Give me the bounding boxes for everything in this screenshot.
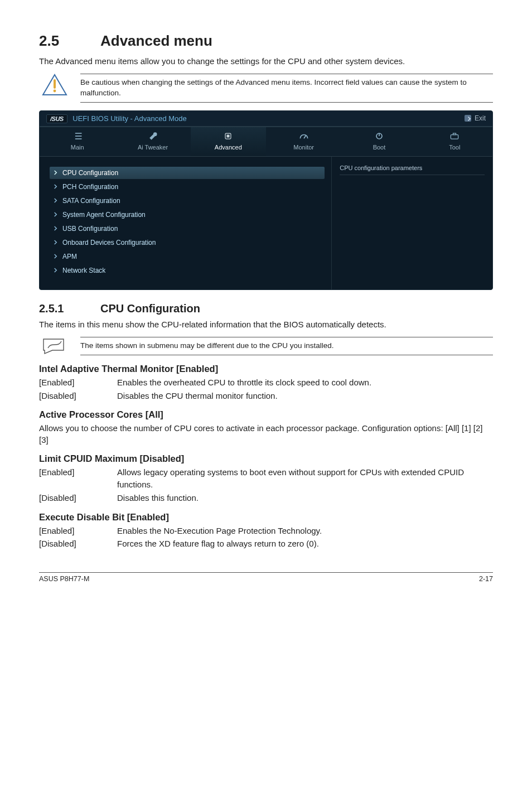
tab-advanced[interactable]: Advanced [191, 127, 266, 156]
chevron-right-icon [53, 226, 58, 231]
bios-window-title: UEFI BIOS Utility - Advanced Mode [72, 114, 186, 123]
section-title-text: Advanced menu [100, 32, 212, 49]
bios-menu-list: CPU Configuration PCH Configuration SATA… [40, 157, 331, 289]
chevron-right-icon [53, 170, 58, 175]
option-value: Enables the No-Execution Page Protection… [117, 525, 493, 537]
bios-item-label: System Agent Configuration [62, 211, 146, 219]
list-icon [72, 132, 83, 141]
option-row: [Disabled] Forces the XD feature flag to… [39, 538, 493, 550]
exit-label: Exit [475, 114, 486, 122]
bios-item-apm[interactable]: APM [50, 250, 325, 263]
chevron-right-icon [53, 268, 58, 273]
option-heading-adaptive: Intel Adaptive Thermal Monitor [Enabled] [39, 364, 493, 374]
exit-icon [465, 115, 471, 122]
option-key: [Disabled] [39, 538, 117, 550]
option-value: Forces the XD feature flag to always ret… [117, 538, 493, 550]
tab-ai-tweaker[interactable]: Ai Tweaker [115, 127, 190, 156]
bios-screenshot: /SUS UEFI BIOS Utility - Advanced Mode E… [39, 110, 493, 290]
svg-rect-15 [453, 133, 456, 135]
toolbox-icon [449, 132, 460, 141]
option-key: [Enabled] [39, 376, 117, 389]
chevron-right-icon [53, 212, 58, 217]
chevron-right-icon [53, 198, 58, 203]
svg-rect-10 [227, 134, 230, 137]
option-value: Disables this function. [117, 492, 493, 504]
intro-paragraph: The Advanced menu items allow you to cha… [39, 55, 493, 67]
option-row: [Disabled] Disables the CPU thermal moni… [39, 390, 493, 402]
option-value: Disables the CPU thermal monitor functio… [117, 390, 493, 402]
subsection-heading: 2.5.1CPU Configuration [39, 302, 493, 315]
option-value: Enables the overheated CPU to throttle i… [117, 376, 493, 389]
bios-item-label: APM [62, 253, 77, 260]
option-row: [Enabled] Allows legacy operating system… [39, 466, 493, 491]
warning-icon [42, 74, 67, 96]
option-row: [Disabled] Disables this function. [39, 492, 493, 504]
bios-item-label: PCH Configuration [62, 183, 118, 191]
footer-right: 2-17 [479, 575, 493, 583]
footer-left: ASUS P8H77-M [39, 575, 89, 583]
tab-label: Boot [373, 144, 386, 151]
note-callout: The items shown in submenu may be differ… [39, 337, 493, 356]
tab-label: Tool [449, 144, 460, 151]
chip-icon [223, 132, 234, 141]
bios-item-label: Onboard Devices Configuration [62, 239, 156, 247]
svg-point-2 [54, 90, 56, 93]
bios-help-heading: CPU configuration parameters [340, 165, 485, 175]
bios-titlebar: /SUS UEFI BIOS Utility - Advanced Mode E… [40, 111, 492, 127]
bios-item-label: Network Stack [62, 267, 105, 274]
svg-line-11 [304, 136, 306, 138]
chevron-right-icon [53, 184, 58, 189]
tab-tool[interactable]: Tool [417, 127, 492, 156]
subsection-intro: The items in this menu show the CPU-rela… [39, 318, 493, 330]
subsection-number: 2.5.1 [39, 302, 100, 315]
option-heading-xd: Execute Disable Bit [Enabled] [39, 512, 493, 523]
option-row: [Enabled] Enables the overheated CPU to … [39, 376, 493, 389]
bios-item-label: CPU Configuration [62, 169, 118, 177]
bios-item-cpu-config[interactable]: CPU Configuration [50, 167, 325, 179]
tab-main[interactable]: Main [40, 127, 115, 156]
bios-item-onboard-devices[interactable]: Onboard Devices Configuration [50, 236, 325, 249]
option-key: [Disabled] [39, 390, 117, 402]
tab-label: Advanced [215, 144, 242, 151]
tab-monitor[interactable]: Monitor [266, 127, 341, 156]
tab-label: Monitor [293, 144, 314, 151]
chevron-right-icon [53, 240, 58, 245]
tab-label: Main [71, 144, 84, 151]
option-key: [Disabled] [39, 492, 117, 504]
section-number: 2.5 [39, 32, 100, 50]
option-heading-cpuid: Limit CPUID Maximum [Disabled] [39, 453, 493, 464]
note-text: The items shown in submenu may be differ… [80, 337, 493, 355]
note-icon [41, 337, 68, 356]
subsection-title-text: CPU Configuration [100, 302, 200, 315]
bios-tab-row: Main Ai Tweaker Advanced Monitor Boot To… [40, 127, 492, 157]
warning-callout: Be cautious when changing the settings o… [39, 74, 493, 103]
page-footer: ASUS P8H77-M 2-17 [39, 573, 493, 583]
bios-item-pch-config[interactable]: PCH Configuration [50, 181, 325, 193]
bios-item-usb-config[interactable]: USB Configuration [50, 223, 325, 235]
option-key: [Enabled] [39, 466, 117, 491]
option-paragraph: Allows you to choose the number of CPU c… [39, 422, 493, 446]
warning-text: Be cautious when changing the settings o… [80, 74, 493, 103]
svg-rect-14 [451, 134, 458, 139]
wrench-icon [147, 132, 158, 141]
bios-item-system-agent[interactable]: System Agent Configuration [50, 209, 325, 221]
power-icon [374, 132, 385, 141]
bios-item-label: USB Configuration [62, 225, 118, 233]
tab-label: Ai Tweaker [138, 144, 168, 151]
gauge-icon [298, 132, 309, 141]
bios-item-label: SATA Configuration [62, 197, 120, 205]
bios-item-network-stack[interactable]: Network Stack [50, 264, 325, 277]
bios-help-pane: CPU configuration parameters [331, 157, 492, 289]
bios-item-sata-config[interactable]: SATA Configuration [50, 195, 325, 207]
option-row: [Enabled] Enables the No-Execution Page … [39, 525, 493, 537]
tab-boot[interactable]: Boot [341, 127, 417, 156]
option-value: Allows legacy operating systems to boot … [117, 466, 493, 491]
chevron-right-icon [53, 254, 58, 259]
option-key: [Enabled] [39, 525, 117, 537]
option-heading-cores: Active Processor Cores [All] [39, 409, 493, 420]
section-heading: 2.5Advanced menu [39, 32, 493, 50]
bios-exit-button[interactable]: Exit [465, 114, 486, 122]
bios-brand-logo: /SUS [46, 114, 67, 123]
